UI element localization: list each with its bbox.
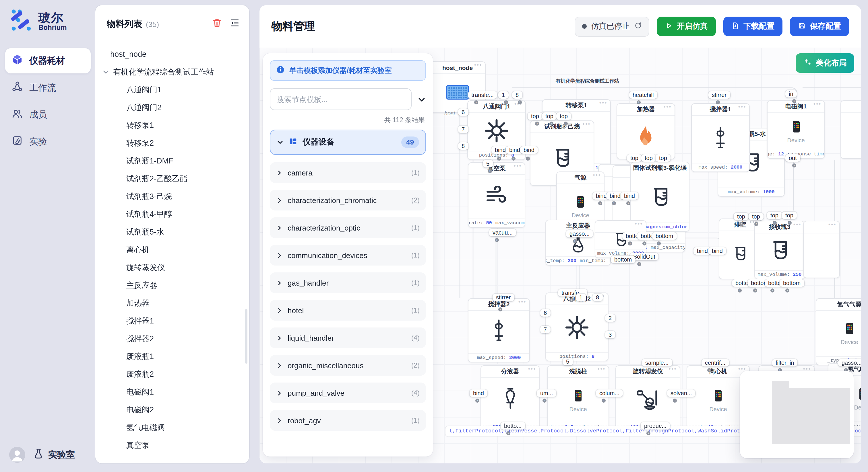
material-tree-item[interactable]: 八通阀门2 — [95, 99, 249, 116]
node-menu-icon[interactable]: ••• — [813, 101, 822, 107]
node-menu-icon[interactable]: ••• — [528, 366, 536, 372]
canvas-node[interactable]: 氢气气源•••Device_type: hydrogen — [816, 298, 861, 365]
search-input[interactable] — [270, 88, 412, 110]
port-chip[interactable]: bottom — [780, 279, 804, 287]
port-dot[interactable]: › — [488, 169, 492, 173]
port-chip[interactable]: bind — [708, 247, 726, 255]
port-dot[interactable]: › — [770, 289, 774, 293]
port-dot[interactable]: › — [498, 307, 502, 311]
node-menu-icon[interactable]: ••• — [738, 366, 746, 372]
port-dot[interactable]: › — [535, 122, 539, 126]
lab-entry[interactable]: 实验室 — [33, 448, 75, 461]
port-chip[interactable]: top — [767, 212, 782, 219]
material-tree-item[interactable]: 试剂瓶5-水 — [95, 223, 249, 241]
port-chip[interactable]: top — [542, 112, 557, 120]
material-tree-item[interactable]: 搅拌器1 — [95, 312, 249, 330]
port-chip[interactable]: top — [782, 212, 797, 219]
category-instruments[interactable]: 仪器设备 49 — [270, 130, 426, 155]
port-dot[interactable]: › — [474, 100, 478, 104]
port-dot[interactable]: › — [628, 241, 632, 245]
port-dot[interactable]: › — [612, 201, 616, 205]
material-tree-item[interactable]: 八通阀门1 — [95, 81, 249, 99]
port-chip[interactable]: top — [749, 213, 764, 220]
canvas-node[interactable]: 加热器••• — [617, 103, 675, 160]
sidebar-item-仪器耗材[interactable]: 仪器耗材 — [5, 48, 91, 73]
port-dot[interactable]: › — [646, 431, 650, 435]
port-dot[interactable]: › — [506, 431, 510, 435]
port-dot[interactable]: › — [504, 100, 508, 104]
refresh-icon[interactable] — [634, 22, 642, 31]
port-chip[interactable]: centrif... — [702, 359, 729, 367]
material-tree-item[interactable]: 离心机 — [95, 241, 249, 259]
port-dot[interactable]: › — [773, 221, 777, 225]
port-dot[interactable]: › — [716, 100, 720, 104]
material-tree-item[interactable]: 电磁阀1 — [95, 383, 249, 401]
port-chip[interactable]: 3 — [605, 331, 615, 338]
graph-canvas[interactable]: 有机化学流程综合测试工作站 host_node•••八通阀门1•••positi… — [259, 47, 861, 463]
material-tree-item[interactable]: 转移泵2 — [95, 134, 249, 152]
brand-logo[interactable]: 玻尔 Bohrium — [0, 0, 96, 34]
port-chip[interactable]: 8 — [458, 142, 468, 150]
canvas-node[interactable]: 接收瓶3•••max_volume: 250 — [754, 221, 805, 279]
material-tree-item[interactable]: 试剂瓶2-乙酸乙酯 — [95, 170, 249, 188]
template-item-robot_agv[interactable]: robot_agv(1) — [270, 410, 426, 431]
material-tree-item[interactable]: 废液瓶2 — [95, 365, 249, 383]
node-menu-icon[interactable]: ••• — [738, 104, 746, 109]
port-dot[interactable]: › — [526, 157, 530, 161]
tree-group-row[interactable]: 有机化学流程综合测试工作站 — [95, 63, 249, 81]
port-dot[interactable]: › — [626, 201, 630, 205]
node-menu-icon[interactable]: ••• — [828, 222, 836, 227]
template-item-communication_devices[interactable]: communication_devices(1) — [270, 245, 426, 266]
port-dot[interactable]: › — [564, 122, 568, 126]
node-menu-icon[interactable]: ••• — [474, 62, 482, 68]
port-chip[interactable]: colum... — [596, 390, 623, 397]
port-chip[interactable]: top — [734, 213, 749, 220]
port-chip[interactable]: 7 — [540, 326, 550, 333]
port-dot[interactable]: › — [648, 368, 652, 372]
port-chip[interactable]: top — [627, 154, 642, 162]
canvas-node[interactable]: •••voltage: 12 — [840, 100, 861, 159]
node-menu-icon[interactable]: ••• — [663, 104, 672, 109]
template-item-camera[interactable]: camera(1) — [270, 162, 426, 183]
template-item-characterization_chromatic[interactable]: characterization_chromatic(2) — [270, 190, 426, 210]
port-chip[interactable]: 5 — [563, 358, 572, 365]
node-menu-icon[interactable]: ••• — [593, 172, 601, 178]
node-menu-icon[interactable]: ••• — [518, 299, 526, 305]
scrollbar-thumb[interactable] — [245, 309, 247, 364]
port-dot[interactable]: › — [707, 368, 711, 372]
material-tree-item[interactable]: 转移泵1 — [95, 116, 249, 134]
simulation-status-chip[interactable]: 仿真已停止 — [575, 16, 649, 36]
node-menu-icon[interactable]: ••• — [794, 222, 801, 227]
port-dot[interactable]: › — [642, 241, 646, 245]
material-tree-item[interactable]: 搅拌器2 — [95, 330, 249, 347]
material-tree-item[interactable]: 真空泵 — [95, 436, 249, 454]
material-tree-item[interactable]: 电磁阀2 — [95, 401, 249, 419]
node-menu-icon[interactable]: ••• — [599, 100, 608, 105]
template-item-characterization_optic[interactable]: characterization_optic(1) — [270, 217, 426, 238]
port-chip[interactable]: heatchill — [629, 91, 657, 99]
material-tree-item[interactable]: 加热器 — [95, 294, 249, 312]
port-chip[interactable]: 8 — [512, 91, 522, 99]
tree-item-root[interactable]: host_node — [95, 45, 249, 63]
node-menu-icon[interactable]: ••• — [514, 163, 522, 169]
port-dot[interactable]: › — [792, 164, 796, 167]
collapse-list-icon[interactable] — [417, 95, 426, 103]
port-chip[interactable]: filter_in — [772, 359, 798, 367]
port-chip[interactable]: bottom — [611, 256, 635, 263]
port-chip[interactable]: bottom — [652, 232, 677, 240]
template-item-hotel[interactable]: hotel(1) — [270, 300, 426, 321]
collapse-panel-icon[interactable] — [229, 18, 240, 30]
port-dot[interactable]: › — [753, 289, 757, 293]
port-chip[interactable]: out — [785, 154, 800, 162]
template-item-pump_and_valve[interactable]: pump_and_valve(4) — [270, 382, 426, 403]
port-chip[interactable]: um... — [537, 390, 556, 397]
port-chip[interactable]: top — [656, 154, 671, 162]
canvas-node[interactable]: 搅拌器1•••max_speed: 2000 — [691, 103, 750, 172]
port-dot[interactable]: › — [497, 157, 501, 161]
download-config-button[interactable]: 下载配置 — [723, 16, 782, 36]
delete-icon[interactable] — [212, 18, 222, 30]
save-config-button[interactable]: 保存配置 — [790, 16, 849, 36]
chevron-down-icon[interactable] — [102, 68, 110, 76]
canvas-node[interactable]: 真空泵•••pump_rate: 50max_vacuum: 0.1 — [468, 162, 525, 228]
port-chip[interactable]: gasso... — [838, 359, 861, 367]
